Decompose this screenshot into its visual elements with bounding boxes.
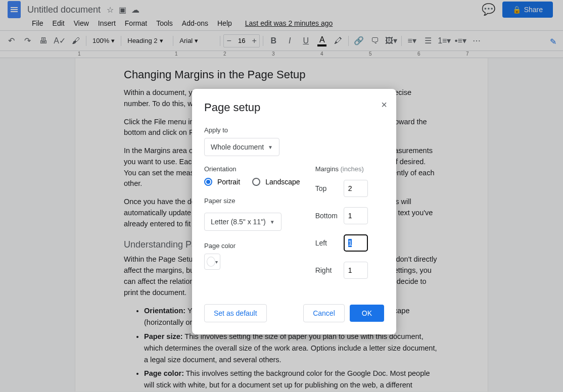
right-input[interactable] bbox=[344, 262, 368, 279]
apply-to-label: Apply to bbox=[204, 126, 384, 134]
page-color-select[interactable]: ▾ bbox=[204, 254, 220, 270]
page-setup-dialog: Page setup × Apply to Whole document▼ Or… bbox=[192, 89, 396, 334]
page-color-label: Page color bbox=[204, 242, 300, 250]
set-default-button[interactable]: Set as default bbox=[204, 304, 267, 322]
dialog-title: Page setup bbox=[204, 101, 384, 114]
chevron-down-icon: ▼ bbox=[268, 144, 273, 150]
left-input[interactable] bbox=[344, 234, 368, 252]
cancel-button[interactable]: Cancel bbox=[303, 304, 345, 322]
chevron-down-icon: ▼ bbox=[270, 219, 275, 225]
right-label: Right bbox=[315, 266, 344, 274]
orientation-label: Orientation bbox=[204, 165, 300, 173]
paper-size-select[interactable]: Letter (8.5" x 11")▼ bbox=[204, 213, 282, 231]
apply-to-select[interactable]: Whole document▼ bbox=[204, 138, 279, 156]
bottom-input[interactable] bbox=[344, 207, 368, 224]
landscape-radio[interactable]: Landscape bbox=[252, 178, 300, 186]
top-label: Top bbox=[315, 184, 344, 192]
bottom-label: Bottom bbox=[315, 212, 344, 220]
chevron-down-icon: ▾ bbox=[215, 259, 218, 265]
close-icon[interactable]: × bbox=[381, 99, 387, 111]
ok-button[interactable]: OK bbox=[350, 305, 384, 322]
portrait-radio[interactable]: Portrait bbox=[204, 178, 240, 186]
margins-label: Margins (inches) bbox=[315, 165, 384, 173]
top-input[interactable] bbox=[344, 180, 368, 197]
paper-size-label: Paper size bbox=[204, 197, 300, 205]
left-label: Left bbox=[315, 239, 344, 247]
